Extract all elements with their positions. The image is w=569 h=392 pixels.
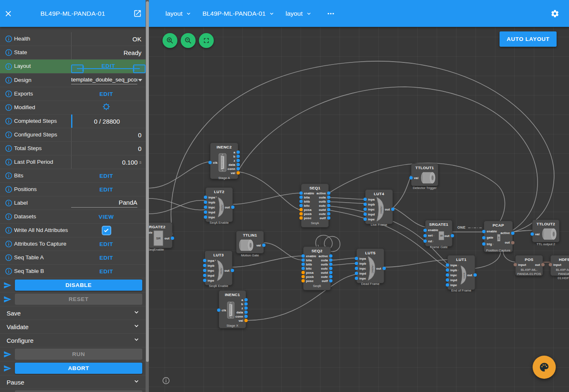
block-pos[interactable]: POSinputoutBL49P-ML-PANDA-01:POS xyxy=(515,255,543,276)
port-dot-bitc[interactable] xyxy=(299,204,303,207)
attributes-to-capture-edit-link[interactable]: EDIT xyxy=(99,241,113,247)
port-dot-posa[interactable] xyxy=(301,271,305,274)
port-dot-enable[interactable] xyxy=(482,230,485,233)
breadcrumb-device[interactable]: BL49P-ML-PANDA-01 xyxy=(202,10,275,17)
block-lut3[interactable]: LUT3inpa*inpbinpcinpdinpe~A&B&CoutSeqB E… xyxy=(205,251,232,285)
auto-layout-button[interactable]: AUTO LAYOUT xyxy=(500,31,557,47)
datasets-view-link[interactable]: VIEW xyxy=(99,214,114,220)
port-dot-val[interactable] xyxy=(262,244,265,247)
label-field[interactable]: PandA xyxy=(71,199,137,208)
port-dot-bita[interactable] xyxy=(299,196,303,199)
port-dot-posb[interactable] xyxy=(299,212,303,215)
chat-widget-button[interactable] xyxy=(533,356,556,379)
port-dot-data[interactable] xyxy=(244,311,248,314)
settings-gear-icon[interactable] xyxy=(547,5,563,22)
sidebar-scrollbar[interactable] xyxy=(146,0,149,392)
layout-edit-link[interactable]: EDIT xyxy=(101,63,115,69)
port-dot-z[interactable] xyxy=(244,306,248,310)
port-dot-clk[interactable] xyxy=(208,161,212,164)
port-dot-trig[interactable] xyxy=(482,242,485,246)
port-dot-out[interactable] xyxy=(451,234,454,237)
breadcrumb-layout-1[interactable]: layout xyxy=(165,10,191,17)
sidebar-expander-save[interactable]: Save xyxy=(0,306,146,320)
port-dot-inpe[interactable] xyxy=(355,277,358,280)
port-dot-outc[interactable] xyxy=(329,267,332,270)
port-dot-outc[interactable] xyxy=(327,204,330,207)
port-dot-inpd[interactable] xyxy=(446,278,449,282)
zoom-out-button[interactable] xyxy=(181,33,196,48)
port-dot-inpb[interactable] xyxy=(355,262,358,265)
block-inenc1[interactable]: INENC1clkabzdataconnvalStage X xyxy=(219,290,246,328)
zoom-in-button[interactable] xyxy=(163,33,177,48)
port-dot-outf[interactable] xyxy=(327,216,330,220)
port-dot-bitc[interactable] xyxy=(301,267,305,270)
port-dot-outd[interactable] xyxy=(327,208,330,211)
block-inenc2[interactable]: INENC2clkabzdataconnvalStage A xyxy=(210,143,238,179)
port-dot-out[interactable] xyxy=(391,208,394,211)
port-dot-inpb[interactable] xyxy=(363,203,367,206)
port-dot-out[interactable] xyxy=(383,267,386,270)
port-dot-input[interactable] xyxy=(549,263,552,266)
port-dot-outa[interactable] xyxy=(329,258,332,262)
port-dot-posa[interactable] xyxy=(299,208,303,211)
port-dot-val[interactable] xyxy=(237,171,240,174)
block-ttlin1[interactable]: TTLIN1valMotion Gate xyxy=(236,231,264,253)
port-dot-bita[interactable] xyxy=(301,258,305,262)
port-dot-inpb[interactable] xyxy=(203,264,206,267)
seq-table-a-edit-link[interactable]: EDIT xyxy=(99,255,113,261)
port-dot-bitb[interactable] xyxy=(301,263,305,266)
exports-edit-link[interactable]: EDIT xyxy=(99,91,113,97)
positions-edit-link[interactable]: EDIT xyxy=(99,186,113,193)
port-dot-posc[interactable] xyxy=(301,279,305,282)
disable-button[interactable]: DISABLE xyxy=(15,280,142,291)
port-dot-oute[interactable] xyxy=(329,275,332,278)
port-dot-inpa[interactable] xyxy=(204,196,207,199)
block-lut4[interactable]: LUT4inpainpbinpcinpdinpe~A&B&CoutLive Fr… xyxy=(365,189,393,224)
scrollbar-thumb[interactable] xyxy=(146,1,149,362)
port-dot-outb[interactable] xyxy=(327,200,330,203)
port-dot-active[interactable] xyxy=(511,232,514,235)
port-dot-val[interactable] xyxy=(409,176,413,179)
port-dot-inpe[interactable] xyxy=(203,279,206,282)
seq-table-b-edit-link[interactable]: EDIT xyxy=(99,268,113,275)
port-dot-outd[interactable] xyxy=(329,271,332,274)
port-dot-inpd[interactable] xyxy=(203,274,206,277)
block-lut2[interactable]: LUT2inpa*inpbinpcinpdinpe~A&B&CoutSeqA E… xyxy=(206,187,233,222)
layout-canvas[interactable]: ONE INENC2clkabzdataconnvalStage ALUT2in… xyxy=(149,27,569,392)
port-dot-out[interactable] xyxy=(231,206,234,209)
more-options-icon[interactable] xyxy=(323,5,339,22)
port-dot-set[interactable] xyxy=(423,234,427,237)
block-seq1[interactable]: SEQ1enablebitabitbbitcposaposbposcactive… xyxy=(301,184,329,227)
port-dot-inpe[interactable] xyxy=(446,283,449,287)
port-dot-a[interactable] xyxy=(237,151,240,154)
port-dot-val[interactable] xyxy=(531,232,534,236)
port-dot-inpc[interactable] xyxy=(446,273,449,277)
port-dot-inpd[interactable] xyxy=(355,272,358,275)
port-dot-data[interactable] xyxy=(237,163,240,166)
port-dot-val[interactable] xyxy=(244,319,248,322)
port-dot-inpc[interactable] xyxy=(203,269,206,272)
port-dot-inpa[interactable] xyxy=(446,263,449,267)
port-dot-clk[interactable] xyxy=(217,308,220,312)
port-dot-conn[interactable] xyxy=(244,315,248,318)
breadcrumb-layout-2[interactable]: layout xyxy=(285,10,311,17)
port-dot-posb[interactable] xyxy=(301,275,305,278)
block-ttlout2[interactable]: TTLOUT2valTTL output 2 xyxy=(532,220,559,242)
write-all-nd-attributes-checkbox[interactable] xyxy=(103,227,110,234)
block-lut5[interactable]: LUT5inpainpbinpcinpdinpe~A&B&CoutDead Fr… xyxy=(356,249,384,283)
port-dot-inpc[interactable] xyxy=(355,267,358,270)
port-dot-inpa[interactable] xyxy=(355,257,358,260)
block-ttlout1[interactable]: TTLOUT1valDetector Trigger xyxy=(411,163,438,186)
port-dot-oute[interactable] xyxy=(327,212,330,215)
port-dot-conn[interactable] xyxy=(237,167,240,170)
port-dot-outf[interactable] xyxy=(329,279,332,282)
port-dot-active[interactable] xyxy=(329,254,332,258)
port-dot-inpb[interactable] xyxy=(446,268,449,272)
port-dot-b[interactable] xyxy=(237,155,240,158)
block-hdf5[interactable]: HDF5inputBL49P-ML-PANDA-01:HDF5 xyxy=(550,255,569,276)
port-dot-inpc[interactable] xyxy=(363,208,367,211)
port-dot-z[interactable] xyxy=(237,159,240,162)
block-srgate1[interactable]: SRGATE1enableset↑rst↑SRoutFrame Gate xyxy=(425,220,452,246)
design-field[interactable]: template_double_seq_pcom xyxy=(71,76,137,84)
port-dot-out[interactable] xyxy=(541,263,545,266)
